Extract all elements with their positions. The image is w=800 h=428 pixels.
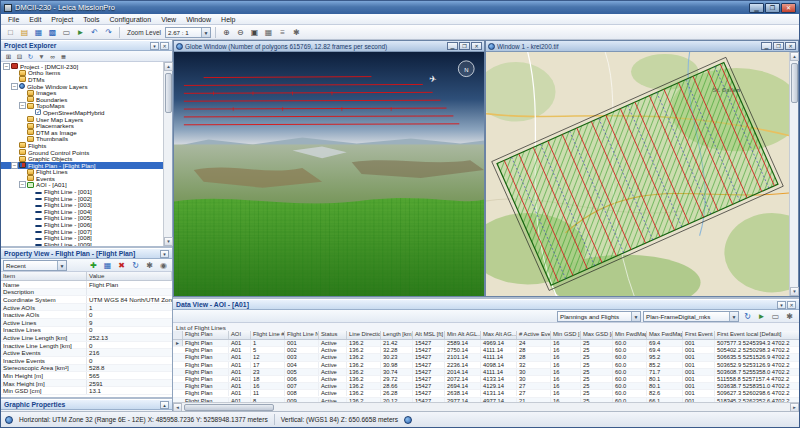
property-view-header[interactable]: Property View - Flight Plan - [Flight Pl… — [1, 248, 172, 259]
collapse-icon[interactable]: − — [3, 63, 10, 70]
column-header[interactable]: Alt MSL [ft] — [413, 331, 445, 339]
column-header[interactable]: Flight Line # — [251, 331, 285, 339]
save-icon[interactable]: ▦ — [32, 26, 45, 38]
settings-icon[interactable]: ✱ — [783, 310, 796, 322]
tree-item[interactable]: Placemarkers — [1, 122, 163, 129]
settings-icon[interactable]: ✱ — [143, 259, 156, 271]
tree-item[interactable]: Thumbnails — [1, 136, 163, 143]
refresh-icon[interactable]: ↻ — [25, 51, 36, 61]
menu-configuration[interactable]: Configuration — [104, 16, 156, 23]
zoom-out-icon[interactable]: ⊖ — [234, 26, 247, 38]
collapse-icon[interactable]: − — [19, 181, 26, 188]
chevron-down-icon[interactable]: ▼ — [631, 312, 640, 321]
close-icon[interactable]: ✕ — [471, 42, 482, 50]
redo-icon[interactable]: ↷ — [102, 26, 115, 38]
expand-icon[interactable]: ▴ — [160, 401, 169, 409]
column-header[interactable]: Max GSD [c... — [581, 331, 613, 339]
close-icon[interactable]: ✕ — [160, 42, 169, 50]
save-all-icon[interactable]: ▩ — [46, 26, 59, 38]
chevron-down-icon[interactable]: ▼ — [57, 261, 66, 270]
column-header[interactable]: Flight Plan — [183, 331, 229, 339]
close-button[interactable]: ✕ — [781, 3, 796, 13]
scrollbar-thumb[interactable] — [165, 73, 172, 113]
column-header[interactable]: Flight Line Na... — [285, 331, 319, 339]
settings-icon[interactable]: ✱ — [290, 26, 303, 38]
flight-line-row[interactable]: Flight PlanA0116007Active136.228.6615427… — [173, 383, 799, 390]
scroll-down-icon[interactable]: ▼ — [790, 287, 799, 296]
collapse-icon[interactable]: − — [19, 102, 26, 109]
tree-item[interactable]: Ground Control Points — [1, 149, 163, 156]
layers-icon[interactable]: ≡ — [276, 26, 289, 38]
column-header[interactable]: Max FwdMap — [647, 331, 683, 339]
scroll-down-icon[interactable]: ▼ — [164, 237, 173, 246]
chevron-down-icon[interactable]: ▼ — [729, 312, 738, 321]
tree-item[interactable]: Ortho Items — [1, 70, 163, 77]
menu-help[interactable]: Help — [216, 16, 240, 23]
minimize-icon[interactable]: ▁ — [447, 42, 458, 50]
link-icon[interactable]: ∞ — [47, 51, 58, 61]
flight-line-row[interactable]: Flight PlanA015002Active136.232.28154272… — [173, 347, 799, 354]
add-icon[interactable]: ✚ — [87, 259, 100, 271]
preset-combo[interactable]: Recent ▼ — [3, 260, 67, 271]
tree-vertical-scrollbar[interactable]: ▲ ▼ — [163, 62, 172, 246]
collapse-icon[interactable]: − — [11, 162, 18, 169]
print-icon[interactable]: ▭ — [60, 26, 73, 38]
column-item[interactable]: Item — [1, 272, 87, 280]
tree-item[interactable]: Flight Line - [009] — [1, 241, 163, 246]
planning-filter-combo[interactable]: Plannings and Flights ▼ — [557, 311, 641, 322]
close-icon[interactable]: ✕ — [787, 301, 796, 309]
menu-tools[interactable]: Tools — [78, 16, 104, 23]
column-header[interactable]: First Event # — [683, 331, 715, 339]
save-icon[interactable]: ▦ — [101, 259, 114, 271]
globe-3d-canvas[interactable]: ✈ N — [174, 52, 484, 296]
maximize-icon[interactable]: ❐ — [773, 42, 784, 50]
zoom-level-combo[interactable]: 2.67 : 1 ▼ — [165, 27, 211, 38]
flight-line-row[interactable]: Flight PlanA0117004Active136.230.9815427… — [173, 362, 799, 369]
map-window-titlebar[interactable]: Window 1 - krei200.tif ▁ ❐ ✕ — [486, 41, 798, 52]
column-header[interactable]: AOI — [229, 331, 251, 339]
export-icon[interactable]: ► — [755, 310, 768, 322]
undo-icon[interactable]: ↶ — [88, 26, 101, 38]
tree-item[interactable]: −Globe Window Layers — [1, 83, 163, 90]
print-icon[interactable]: ▭ — [769, 310, 782, 322]
map-canvas[interactable]: St. Gallen — [486, 52, 789, 296]
project-explorer-header[interactable]: Project Explorer ▾ ✕ — [1, 40, 172, 51]
map-vertical-scrollbar[interactable]: ▲ ▼ — [789, 52, 798, 296]
new-icon[interactable]: □ — [4, 26, 17, 38]
tree-item[interactable]: Images — [1, 89, 163, 96]
chevron-down-icon[interactable]: ▼ — [201, 28, 210, 37]
pin-icon[interactable]: ◉ — [157, 259, 170, 271]
column-header[interactable]: Min Alt AGL... — [445, 331, 481, 339]
pin-icon[interactable]: ▾ — [150, 42, 159, 50]
tree-item[interactable]: User Map Layers — [1, 116, 163, 123]
tree-item[interactable]: −Flight Plan - [Flight Plan] — [1, 162, 163, 169]
expand-all-icon[interactable]: ⊞ — [3, 51, 14, 61]
open-icon[interactable]: ▤ — [18, 26, 31, 38]
column-header[interactable]: First Event local [Default] — [715, 331, 799, 339]
tree-item[interactable]: Flight Lines — [1, 169, 163, 176]
zoom-in-icon[interactable]: ⊕ — [220, 26, 233, 38]
flight-line-row[interactable]: Flight PlanA018009Active136.220.12154272… — [173, 398, 799, 403]
column-header[interactable]: Line Directio... — [347, 331, 381, 339]
close-icon[interactable]: ✕ — [785, 42, 796, 50]
column-value[interactable]: Value — [87, 272, 172, 280]
flight-line-row[interactable]: Flight PlanA0111008Active136.226.2815427… — [173, 390, 799, 397]
minimize-button[interactable]: ▁ — [749, 3, 764, 13]
menu-file[interactable]: File — [3, 16, 24, 23]
pin-icon[interactable]: ▾ — [777, 301, 786, 309]
flight-line-row[interactable]: ►Flight PlanA011001Active136.221.4215427… — [173, 340, 799, 347]
grid-icon[interactable]: ▦ — [262, 26, 275, 38]
current-row-marker[interactable]: ► — [173, 340, 183, 346]
property-row[interactable]: Min GSD [cm]13.1 — [1, 387, 172, 395]
graphic-properties-header[interactable]: Graphic Properties ▴ — [1, 399, 172, 410]
data-view-header[interactable]: Data View - AOI - [A01] ▾ ✕ — [173, 299, 799, 310]
plan-select-combo[interactable]: Plan-FrameDigital_mks ▼ — [643, 311, 739, 322]
refresh-icon[interactable]: ↻ — [129, 259, 142, 271]
scrollbar-thumb[interactable] — [184, 404, 274, 411]
globe-window-titlebar[interactable]: Globe Window (Number of polygons 615769,… — [174, 41, 484, 52]
column-header[interactable]: Min GSD [c... — [551, 331, 581, 339]
export-icon[interactable]: ► — [74, 26, 87, 38]
scroll-up-icon[interactable]: ▲ — [790, 52, 799, 61]
column-header[interactable]: Min FwdMap — [613, 331, 647, 339]
collapse-all-icon[interactable]: ⊟ — [14, 51, 25, 61]
